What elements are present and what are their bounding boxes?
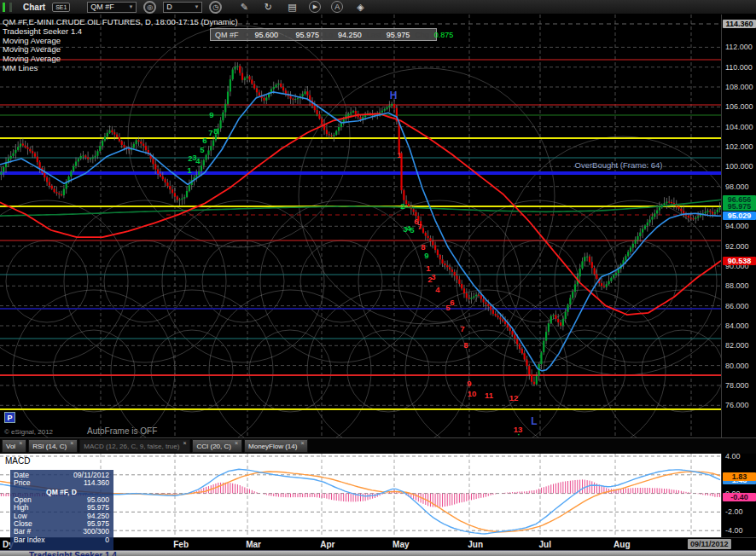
tab-label: Vol	[6, 443, 15, 450]
mm-circle	[544, 330, 625, 412]
tab-close-icon[interactable]: ×	[235, 440, 238, 447]
refresh-icon[interactable]: ↻	[261, 0, 275, 14]
mm-circle	[53, 330, 135, 412]
tab-vol[interactable]: Vol×	[2, 439, 26, 453]
annotation-9: 9	[467, 379, 471, 388]
price-tick-label: 80.000	[725, 362, 749, 370]
month-label-feb: Feb	[173, 540, 189, 549]
macd-tick-label: 4.00	[725, 452, 741, 460]
price-marker-90.538: 90.538	[723, 257, 756, 265]
annotation-1: 1	[187, 165, 192, 175]
symbol-dropdown[interactable]: QM #F ▼	[87, 2, 137, 13]
mm-circle	[347, 330, 429, 412]
toolbar: Chart SE1 QM #F ▼ ◎ D ▼ ◷ ✎ ↻ ▤ ▶ A ◈	[0, 0, 756, 14]
tab-close-icon[interactable]: ×	[300, 440, 304, 447]
month-label-apr: Apr	[320, 540, 334, 549]
eraser-icon[interactable]: ◈	[353, 0, 367, 14]
price-marker-95.029: 95.029	[723, 211, 756, 220]
symbol-lookup-icon[interactable]: ◎	[143, 1, 156, 14]
annotation-4: 4	[435, 285, 440, 294]
annotation-12: 12	[509, 393, 519, 403]
tab-close-icon[interactable]: ×	[19, 440, 22, 447]
month-label-mar: Mar	[246, 540, 261, 549]
tab-rsi[interactable]: RSI (14, C)×	[28, 439, 78, 453]
tab-close-icon[interactable]: ×	[183, 440, 186, 447]
price-chart-pane[interactable]: H12345678912345678910111213·L123456789 Q…	[0, 14, 721, 437]
price-tick-label: 84.000	[725, 321, 749, 330]
chevron-down-icon: ▼	[194, 4, 199, 9]
interval-clock-icon[interactable]: ◷	[209, 1, 222, 14]
quote-field-value: 94.250	[338, 31, 362, 39]
quote-field-value: 0.875	[434, 31, 454, 39]
annotation-·: ·	[517, 430, 520, 437]
mm-circle	[497, 240, 579, 322]
chart-window: Chart SE1 QM #F ▼ ◎ D ▼ ◷ ✎ ↻ ▤ ▶ A ◈ H1…	[0, 0, 756, 556]
moving-average-green[interactable]	[0, 200, 721, 216]
window-title: Chart	[23, 3, 45, 12]
chart-legend: QM #F,E-MINI CRUDE OIL FUTURES, D, 18:00…	[3, 18, 238, 73]
price-tick-label: 110.000	[725, 63, 753, 72]
tab-macd[interactable]: MACD (12, 26, C, 9, false, true)×	[79, 439, 190, 453]
pencil-icon[interactable]: ✎	[237, 0, 251, 14]
mm-circle	[398, 240, 480, 322]
legend-line-5[interactable]: MM Lines	[3, 64, 238, 73]
macd-tick-label: -2.00	[725, 507, 743, 516]
tab-label: RSI (14, C)	[32, 443, 67, 450]
price-tick-label: 98.000	[725, 182, 749, 191]
quote-field-label: O	[244, 31, 250, 39]
annotation-6: 6	[202, 136, 206, 145]
candlestick-chart[interactable]: H12345678912345678910111213·L123456789	[0, 14, 721, 437]
quote-field-label: Hi	[283, 31, 291, 39]
annotation-1: 1	[397, 150, 402, 159]
annotation-L: L	[531, 415, 537, 427]
moving-average-red[interactable]	[0, 114, 721, 316]
crosshair-date-label: 09/11/2012	[688, 539, 731, 549]
play-icon[interactable]: ▶	[309, 1, 321, 13]
auto-icon[interactable]: A	[331, 1, 343, 13]
crosshair-price-label: 114.360	[723, 20, 756, 28]
legend-line-4[interactable]: Moving Average	[3, 55, 238, 64]
legend-line-1[interactable]: Tradesight Seeker 1.4	[3, 27, 238, 37]
quote-bar[interactable]: QM #FO95.600Hi95.975Lo94.250Last95.975Ch…	[210, 28, 437, 41]
tooltip-key: Price	[14, 479, 30, 487]
price-tick-label: 86.000	[725, 302, 749, 310]
quote-icon[interactable]: ▤	[285, 0, 299, 14]
price-tick-label: 78.000	[725, 381, 749, 390]
interval-dropdown[interactable]: D ▼	[163, 2, 202, 13]
price-tick-label: 76.000	[725, 401, 749, 409]
annotation-5: 5	[410, 225, 415, 235]
annotation-10: 10	[468, 389, 477, 398]
window-badge: SE1	[52, 3, 70, 12]
tooltip-value: 114.360	[84, 479, 109, 487]
tab-close-icon[interactable]: ×	[70, 440, 73, 447]
tab-cci[interactable]: CCI (20, C)×	[192, 439, 242, 453]
page-marker-badge[interactable]: P	[4, 412, 15, 423]
price-axis[interactable]: 112.000110.000108.000106.000104.000102.0…	[721, 14, 756, 437]
annotation-3: 3	[431, 272, 435, 281]
tab-moneyflow[interactable]: MoneyFlow (14)×	[244, 439, 308, 453]
next-pane-strip[interactable]: Tradesight Seeker 1.4	[0, 550, 756, 556]
quote-field-value: 95.975	[296, 31, 320, 39]
annotation-8: 8	[213, 126, 218, 136]
mm-circle	[249, 330, 331, 412]
interval-value: D	[166, 3, 172, 11]
price-tick-label: 112.000	[725, 43, 753, 51]
mm-circle	[13, 290, 175, 437]
tooltip-value: 0	[105, 536, 109, 544]
month-label-aug: Aug	[614, 540, 630, 549]
quote-field-value: 95.975	[387, 31, 410, 39]
quote-field-value: 95.600	[255, 31, 279, 39]
symbol-value: QM #F	[90, 3, 114, 11]
mm-circle	[6, 240, 88, 322]
tooltip-row: Bar Index0	[14, 536, 109, 544]
mm-circle	[595, 240, 677, 322]
overbought-label: OverBought (Frame: 64)	[546, 160, 691, 170]
price-marker-95.975: 95.975	[723, 202, 756, 211]
macd-axis[interactable]: 4.002.000.00-2.00-4.001.431.83-0.40	[721, 454, 756, 537]
mm-circle	[300, 240, 382, 322]
annotation-7: 7	[460, 324, 464, 333]
tab-label: MACD (12, 26, C, 9, false, true)	[84, 443, 179, 450]
next-pane-title: Tradesight Seeker 1.4	[29, 551, 117, 556]
quote-field-label: Chg	[415, 31, 429, 39]
annotation-6: 6	[450, 298, 454, 307]
